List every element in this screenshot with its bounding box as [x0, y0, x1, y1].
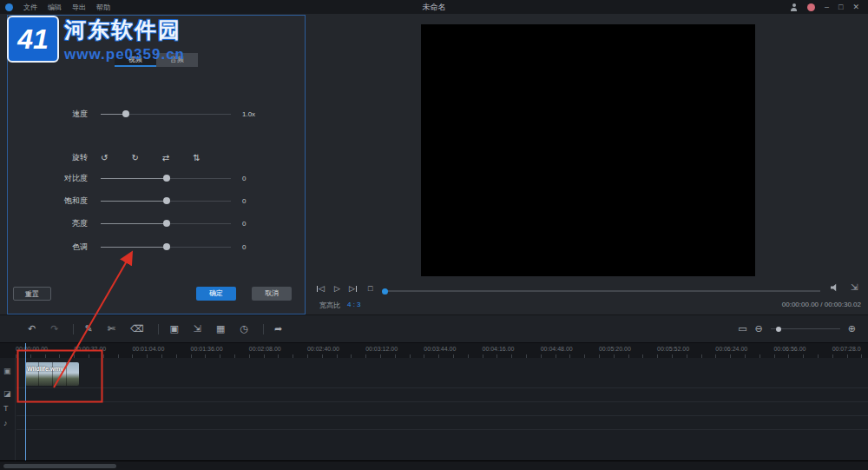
text-track-icon[interactable]: T: [3, 404, 9, 413]
next-frame-button[interactable]: ▷: [349, 284, 357, 293]
saturation-label: 饱和度: [8, 195, 101, 207]
edit-clip-button[interactable]: ✎: [84, 323, 92, 334]
slider-thumb[interactable]: [163, 243, 170, 250]
ruler-label: 00:02:08.00: [249, 346, 307, 352]
timeline-tracks[interactable]: ▣ ◪ T ♪ Wildlife.wmv: [0, 358, 868, 460]
clip-name: Wildlife.wmv: [27, 366, 63, 372]
menu-file[interactable]: 文件: [18, 3, 43, 12]
ok-button[interactable]: 确定: [196, 287, 236, 301]
slider-thumb[interactable]: [163, 197, 170, 204]
ruler-label: 00:01:04.00: [132, 346, 190, 352]
ruler-label: 00:03:44.00: [424, 346, 482, 352]
ruler-label: 00:01:36.00: [191, 346, 249, 352]
flip-vertical-icon[interactable]: ⇅: [193, 153, 200, 162]
timeline-ruler[interactable]: 00:00:00.00 00:00:32.00 00:01:04.00 00:0…: [0, 342, 868, 358]
overlay-track-icon[interactable]: ◪: [3, 389, 11, 398]
maximize-button[interactable]: □: [838, 3, 843, 11]
seek-bar[interactable]: [382, 290, 820, 292]
rotate-row: 旋转 ↺ ↻ ⇄ ⇅: [8, 151, 305, 163]
music-track-icon[interactable]: ♪: [3, 419, 8, 427]
redo-button[interactable]: ↷: [50, 323, 58, 334]
brightness-slider[interactable]: [101, 218, 231, 228]
aspect-ratio-value[interactable]: 4 : 3: [347, 301, 361, 308]
ruler-label: 00:04:48.00: [541, 346, 599, 352]
slider-thumb[interactable]: [122, 110, 129, 117]
slider-thumb[interactable]: [776, 327, 781, 332]
export-button[interactable]: ➦: [274, 323, 282, 334]
titlebar: 文件 编辑 导出 帮助 未命名 – □ ✕: [0, 0, 868, 14]
slider-thumb[interactable]: [163, 220, 170, 227]
cancel-button[interactable]: 取消: [252, 287, 292, 301]
rotate-label: 旋转: [8, 152, 101, 163]
contrast-slider[interactable]: [101, 173, 231, 183]
ruler-label: 00:06:56.00: [773, 346, 832, 352]
rotate-left-icon[interactable]: ↺: [101, 153, 108, 162]
brightness-value: 0: [242, 220, 272, 228]
close-button[interactable]: ✕: [852, 3, 859, 11]
ruler-labels: 00:00:00.00 00:00:32.00 00:01:04.00 00:0…: [16, 346, 868, 352]
undo-button[interactable]: ↶: [28, 323, 36, 334]
speed-row: 速度 1.0x: [8, 108, 305, 120]
rotate-right-icon[interactable]: ↻: [131, 153, 138, 162]
crop-button[interactable]: ▣: [169, 323, 178, 334]
speed-value: 1.0x: [242, 110, 272, 118]
seek-handle[interactable]: [382, 288, 388, 295]
minimize-button[interactable]: –: [825, 3, 829, 11]
timecode: 00:00:00.00 / 00:00:30.02: [782, 301, 861, 308]
window-controls: – □ ✕: [790, 3, 868, 11]
zoom-out-button[interactable]: ⊖: [755, 323, 763, 334]
menu-export[interactable]: 导出: [67, 3, 91, 12]
duration-button[interactable]: ◷: [240, 323, 248, 334]
playhead[interactable]: [25, 343, 26, 460]
stop-button[interactable]: □: [368, 284, 372, 293]
slider-thumb[interactable]: [163, 175, 170, 182]
menu-help[interactable]: 帮助: [91, 3, 115, 12]
scrollbar-thumb[interactable]: [3, 464, 116, 468]
contrast-label: 对比度: [8, 173, 101, 184]
menu-edit[interactable]: 编辑: [43, 3, 67, 12]
watermark-url: www.pe0359.cn: [64, 46, 185, 63]
play-button[interactable]: ▷: [334, 284, 340, 293]
speed-label: 速度: [8, 109, 101, 120]
saturation-value: 0: [242, 197, 272, 205]
hue-value: 0: [242, 243, 272, 251]
video-track-icon[interactable]: ▣: [3, 367, 11, 375]
slider-track: [771, 328, 840, 329]
fit-timeline-button[interactable]: ▭: [738, 323, 746, 334]
zoom-in-button[interactable]: ⊕: [848, 323, 856, 334]
saturation-slider[interactable]: [101, 195, 231, 206]
aspect-ratio-label: 宽高比: [319, 301, 340, 310]
track-separator: [16, 401, 868, 402]
flip-horizontal-icon[interactable]: ⇄: [162, 153, 169, 162]
app-logo-icon: [5, 3, 13, 11]
horizontal-scrollbar[interactable]: [0, 460, 868, 470]
ruler-label: 00:02:40.00: [307, 346, 365, 352]
account-icon[interactable]: [790, 3, 798, 11]
track-gutter: ▣ ◪ T ♪: [0, 358, 16, 460]
track-separator: [16, 387, 868, 388]
brightness-label: 亮度: [8, 218, 101, 229]
feedback-icon[interactable]: [807, 3, 815, 11]
reset-button[interactable]: 重置: [13, 287, 51, 301]
speed-slider[interactable]: [101, 109, 231, 119]
mosaic-button[interactable]: ▦: [216, 323, 225, 334]
site-watermark: 41 河东软件园 www.pe0359.cn: [7, 16, 185, 63]
ruler-label: 00:00:32.00: [74, 346, 132, 352]
timeline-clip[interactable]: Wildlife.wmv: [25, 362, 79, 386]
previous-frame-button[interactable]: ◁: [317, 284, 325, 293]
video-preview: [421, 24, 755, 276]
toolbar-divider: [158, 324, 159, 334]
slider-fill: [101, 247, 167, 248]
contrast-row: 对比度 0: [8, 172, 305, 184]
ruler-label: 00:03:12.00: [365, 346, 424, 352]
volume-icon[interactable]: [831, 283, 839, 292]
toolbar-divider: [263, 324, 264, 334]
timeline-zoom-slider[interactable]: [771, 325, 840, 334]
split-button[interactable]: ✄: [108, 323, 115, 334]
delete-button[interactable]: ⌫: [130, 323, 144, 334]
scale-button[interactable]: ⇲: [194, 323, 201, 334]
fullscreen-icon[interactable]: ⇲: [851, 282, 858, 292]
hue-slider[interactable]: [101, 242, 231, 252]
brightness-row: 亮度 0: [8, 217, 305, 229]
watermark-logo: 41: [7, 16, 59, 63]
